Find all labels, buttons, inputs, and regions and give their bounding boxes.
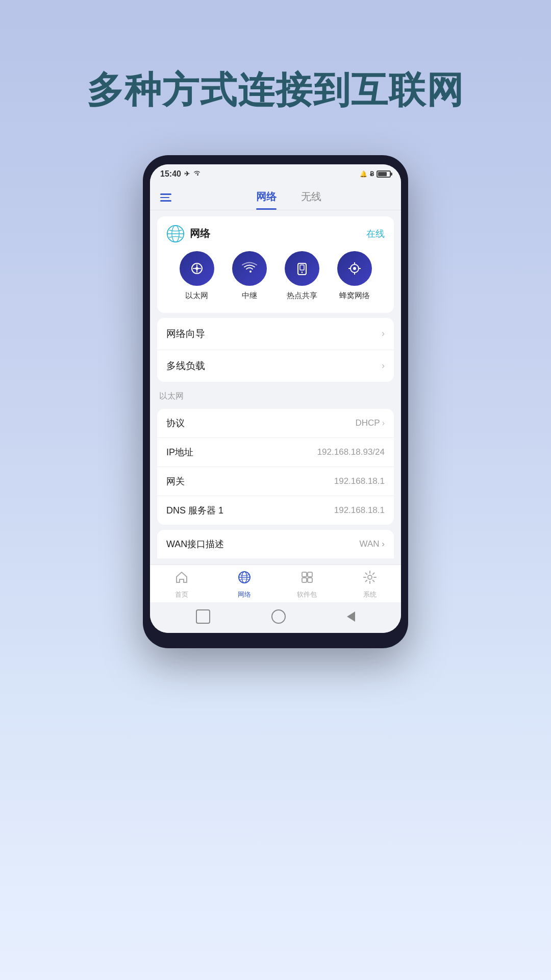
- phone-mockup: 15:40 ✈ 🔔 Ƀ: [143, 155, 408, 648]
- nav-tabs: 网络 无线: [187, 186, 391, 210]
- dns1-value: 192.168.18.1: [334, 505, 385, 516]
- protocol-chevron-icon: ›: [382, 419, 385, 428]
- bottom-nav-packages[interactable]: 软件包: [289, 570, 325, 599]
- gateway-key: 网关: [166, 475, 185, 487]
- tab-network[interactable]: 网络: [244, 186, 289, 210]
- info-row-gateway: 网关 192.168.18.1: [157, 467, 394, 496]
- bottom-nav-network[interactable]: 网络: [227, 570, 262, 599]
- quick-action-relay[interactable]: 中继: [232, 251, 267, 301]
- menu-card: 网络向导 › 多线负载 ›: [157, 318, 394, 382]
- network-wizard-chevron-icon: ›: [382, 328, 385, 339]
- top-nav: 网络 无线: [150, 182, 401, 210]
- network-nav-label: 网络: [238, 590, 251, 599]
- protocol-value: DHCP: [356, 418, 380, 428]
- multi-load-right: ›: [382, 360, 385, 371]
- volume-icon: 🔔: [360, 170, 367, 178]
- svg-rect-21: [302, 578, 307, 582]
- quick-actions-grid: 以太网 中继: [166, 243, 385, 305]
- page-title: 多种方式连接到互联网: [87, 66, 464, 114]
- home-icon: [174, 570, 189, 588]
- svg-point-6: [195, 267, 198, 270]
- multi-load-chevron-icon: ›: [382, 360, 385, 371]
- svg-rect-9: [300, 265, 304, 270]
- relay-icon: [232, 251, 267, 286]
- time-display: 15:40: [160, 169, 181, 179]
- main-content: 网络 在线: [150, 210, 401, 565]
- dns1-key: DNS 服务器 1: [166, 504, 223, 517]
- hotspot-label: 热点共享: [287, 291, 317, 301]
- network-wizard-label: 网络向导: [166, 327, 205, 340]
- battery-icon: [377, 170, 391, 178]
- quick-action-cellular[interactable]: 蜂窝网络: [337, 251, 372, 301]
- partial-val: WAN ›: [360, 539, 385, 549]
- network-globe-icon: [166, 225, 185, 243]
- menu-item-multi-load[interactable]: 多线负载 ›: [157, 350, 394, 382]
- gateway-value: 192.168.18.1: [334, 476, 385, 486]
- svg-rect-22: [308, 578, 312, 582]
- network-nav-icon: [237, 570, 252, 588]
- network-status-badge: 在线: [366, 228, 385, 240]
- menu-item-network-wizard[interactable]: 网络向导 ›: [157, 318, 394, 350]
- home-nav-label: 首页: [175, 590, 188, 599]
- hotspot-icon: [285, 251, 319, 286]
- gesture-bar: [150, 602, 401, 633]
- status-left: 15:40 ✈: [160, 169, 201, 179]
- info-card: 协议 DHCP › IP地址 192.168.18.93/24 网关 192.1…: [157, 409, 394, 525]
- network-header-left: 网络: [166, 225, 210, 243]
- multi-load-label: 多线负载: [166, 359, 205, 373]
- relay-label: 中继: [242, 291, 257, 301]
- partial-row[interactable]: WAN接口描述 WAN ›: [157, 530, 394, 558]
- bluetooth-icon: Ƀ: [370, 170, 374, 178]
- airplane-icon: ✈: [184, 170, 190, 178]
- wifi-icon: [193, 170, 201, 178]
- bottom-nav: 首页 网络: [150, 565, 401, 602]
- home-button[interactable]: [271, 609, 286, 624]
- partial-key: WAN接口描述: [166, 538, 224, 550]
- network-title: 网络: [190, 227, 210, 240]
- ethernet-icon: [180, 251, 214, 286]
- status-bar: 15:40 ✈ 🔔 Ƀ: [150, 164, 401, 182]
- svg-rect-20: [308, 572, 312, 577]
- cellular-label: 蜂窝网络: [339, 291, 370, 301]
- status-right: 🔔 Ƀ: [360, 170, 391, 178]
- cellular-icon: [337, 251, 372, 286]
- info-row-ip: IP地址 192.168.18.93/24: [157, 438, 394, 467]
- network-status-card: 网络 在线: [157, 216, 394, 313]
- ethernet-label: 以太网: [185, 291, 208, 301]
- info-row-dns1: DNS 服务器 1 192.168.18.1: [157, 496, 394, 525]
- svg-point-11: [353, 267, 356, 270]
- bottom-nav-system[interactable]: 系统: [352, 570, 388, 599]
- quick-action-ethernet[interactable]: 以太网: [180, 251, 214, 301]
- protocol-val: DHCP ›: [356, 418, 385, 428]
- packages-nav-label: 软件包: [297, 590, 317, 599]
- network-header: 网络 在线: [166, 225, 385, 243]
- tab-wireless[interactable]: 无线: [289, 186, 334, 210]
- protocol-key: 协议: [166, 417, 185, 429]
- ethernet-section-label: 以太网: [157, 387, 394, 404]
- svg-rect-19: [302, 572, 307, 577]
- system-icon: [363, 570, 377, 588]
- phone-screen: 15:40 ✈ 🔔 Ƀ: [150, 164, 401, 633]
- quick-action-hotspot[interactable]: 热点共享: [285, 251, 319, 301]
- bottom-nav-home[interactable]: 首页: [164, 570, 199, 599]
- svg-point-23: [368, 575, 372, 579]
- info-row-protocol[interactable]: 协议 DHCP ›: [157, 409, 394, 438]
- network-wizard-right: ›: [382, 328, 385, 339]
- system-nav-label: 系统: [363, 590, 377, 599]
- back-button[interactable]: [347, 611, 355, 622]
- menu-hamburger-icon[interactable]: [160, 193, 171, 202]
- packages-icon: [300, 570, 314, 588]
- recent-apps-button[interactable]: [196, 609, 210, 624]
- ip-key: IP地址: [166, 446, 193, 458]
- ip-value: 192.168.18.93/24: [317, 447, 385, 457]
